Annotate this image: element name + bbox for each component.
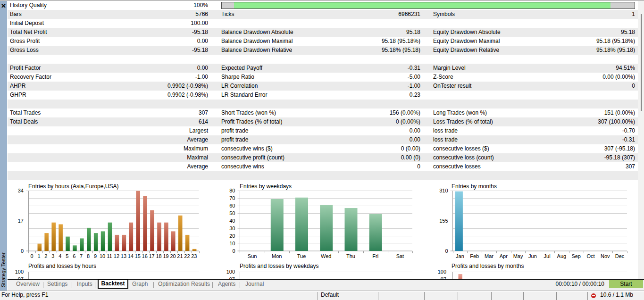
svg-text:15: 15	[135, 253, 141, 259]
svg-text:21: 21	[177, 253, 183, 259]
svg-text:155: 155	[439, 218, 448, 224]
svg-text:22: 22	[184, 253, 190, 259]
svg-text:Profits and losses by hours: Profits and losses by hours	[28, 263, 96, 269]
svg-text:Sep: Sep	[571, 253, 581, 259]
svg-text:20: 20	[229, 233, 235, 239]
svg-text:100: 100	[15, 269, 24, 275]
svg-text:12: 12	[114, 253, 119, 259]
svg-text:10: 10	[229, 241, 235, 246]
svg-text:19: 19	[163, 253, 168, 259]
svg-text:70: 70	[229, 195, 235, 201]
svg-text:310: 310	[439, 188, 448, 193]
svg-text:34: 34	[18, 188, 24, 193]
svg-text:100: 100	[226, 269, 235, 275]
svg-text:30: 30	[229, 225, 235, 231]
svg-text:50: 50	[229, 210, 235, 216]
svg-text:Dec: Dec	[615, 253, 625, 259]
svg-text:Fri: Fri	[372, 253, 378, 259]
svg-text:16: 16	[142, 253, 148, 259]
svg-text:Thu: Thu	[346, 253, 355, 259]
svg-text:23: 23	[191, 253, 197, 259]
svg-text:Profits and losses by weekdays: Profits and losses by weekdays	[240, 263, 318, 269]
svg-text:Wed: Wed	[321, 253, 331, 259]
svg-text:May: May	[513, 253, 523, 259]
svg-text:Entries by hours (Asia,Europe,: Entries by hours (Asia,Europe,USA)	[28, 183, 118, 190]
svg-text:Sun: Sun	[248, 253, 257, 259]
svg-text:9: 9	[94, 253, 97, 259]
svg-text:Oct: Oct	[586, 253, 594, 259]
svg-text:Jan: Jan	[456, 253, 464, 259]
svg-text:14: 14	[128, 253, 134, 259]
svg-text:Mar: Mar	[485, 253, 493, 259]
svg-text:Profits and losses by months: Profits and losses by months	[452, 263, 524, 269]
svg-text:0: 0	[445, 248, 448, 254]
svg-text:Jul: Jul	[544, 253, 551, 259]
svg-text:60: 60	[229, 203, 235, 208]
svg-text:0: 0	[232, 248, 235, 254]
svg-text:17: 17	[149, 253, 154, 259]
svg-text:2: 2	[44, 253, 47, 259]
svg-text:1: 1	[37, 253, 40, 259]
svg-text:17: 17	[18, 218, 24, 224]
svg-text:0: 0	[21, 248, 24, 254]
svg-text:Tue: Tue	[297, 253, 306, 259]
svg-text:Entries by weekdays: Entries by weekdays	[240, 183, 292, 190]
svg-text:8: 8	[87, 253, 90, 259]
svg-text:4: 4	[59, 253, 61, 259]
svg-text:18: 18	[156, 253, 161, 259]
svg-text:Jun: Jun	[528, 253, 537, 259]
svg-text:Feb: Feb	[470, 253, 479, 259]
svg-text:Entries by months: Entries by months	[452, 183, 497, 190]
svg-text:100: 100	[438, 269, 446, 275]
svg-text:6: 6	[73, 253, 75, 259]
svg-text:20: 20	[170, 253, 176, 259]
svg-text:10: 10	[100, 253, 105, 259]
svg-text:7: 7	[80, 253, 83, 259]
svg-text:5: 5	[66, 253, 68, 259]
svg-text:Aug: Aug	[557, 253, 567, 259]
svg-text:40: 40	[229, 218, 235, 224]
svg-text:0: 0	[30, 253, 33, 259]
svg-text:3: 3	[51, 253, 54, 259]
svg-text:Nov: Nov	[601, 253, 610, 259]
svg-text:80: 80	[229, 188, 235, 193]
svg-text:13: 13	[121, 253, 126, 259]
svg-text:11: 11	[107, 253, 112, 259]
svg-text:Mon: Mon	[272, 253, 282, 259]
svg-text:Sat: Sat	[396, 253, 404, 259]
svg-text:Apr: Apr	[500, 253, 508, 259]
